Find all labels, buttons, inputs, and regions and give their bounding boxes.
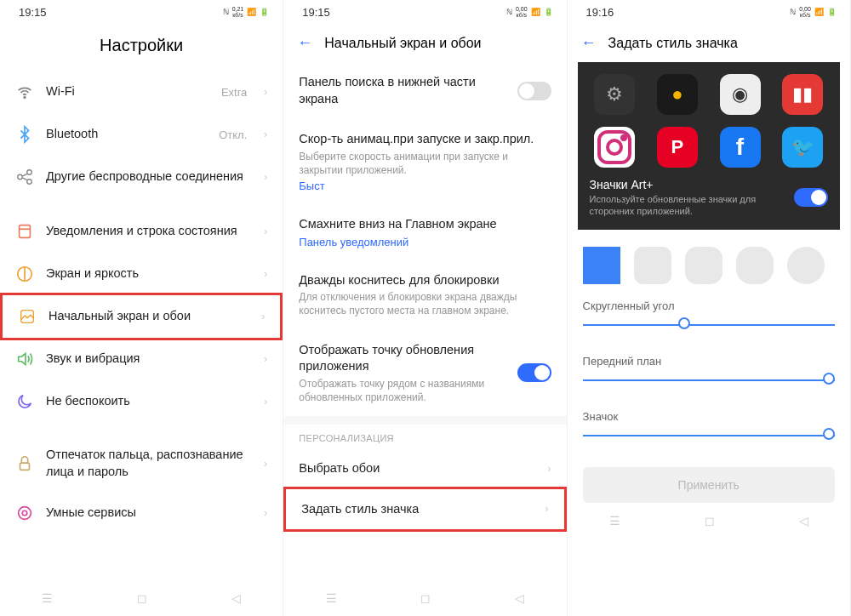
- header: ← Начальный экран и обои: [283, 24, 566, 62]
- svg-point-3: [27, 180, 32, 185]
- battery-icon: 🔋: [827, 8, 837, 16]
- shape-selector: [568, 230, 850, 294]
- shape-rounded-lg[interactable]: [736, 247, 774, 284]
- svg-point-2: [27, 170, 32, 175]
- settings-connections[interactable]: Другие беспроводные соединения ›: [0, 156, 283, 198]
- back-button[interactable]: ←: [297, 34, 312, 52]
- row-search-panel[interactable]: Панель поиска в нижней части экрана: [283, 62, 566, 119]
- battery-icon: 🔋: [260, 8, 269, 16]
- nav-home-icon[interactable]: ◻: [705, 514, 715, 528]
- svg-rect-4: [20, 225, 31, 238]
- shape-circle[interactable]: [787, 247, 825, 284]
- slider-icon[interactable]: [583, 435, 835, 436]
- slider-foreground[interactable]: [583, 379, 835, 381]
- row-icon-style[interactable]: Задать стиль значка ›: [283, 487, 566, 533]
- chevron-right-icon: ›: [264, 353, 267, 365]
- nav-home-icon[interactable]: ◻: [420, 591, 431, 605]
- row-double-tap-lock[interactable]: Дважды коснитесь для блокировки Для откл…: [283, 260, 566, 330]
- link-icon: [15, 168, 34, 186]
- moon-icon: [15, 392, 34, 411]
- bluetooth-icon: [15, 125, 34, 144]
- settings-display[interactable]: Экран и яркость ›: [0, 253, 283, 295]
- section-label: ПЕРСОНАЛИЗАЦИЯ: [283, 425, 566, 448]
- status-right: ℕ 0,21кб/s 📶 🔋: [223, 6, 270, 18]
- chevron-right-icon: ›: [264, 268, 267, 280]
- nav-bar: ☰ ◻ ◁: [568, 503, 850, 539]
- app-camera-icon: ◉: [720, 74, 761, 115]
- toggle[interactable]: [517, 363, 551, 382]
- settings-bluetooth[interactable]: Bluetooth Откл. ›: [0, 113, 283, 156]
- home-icon: [18, 307, 37, 326]
- status-bar: 19:16 ℕ 0,00кб/s 📶 🔋: [568, 0, 850, 24]
- nav-menu-icon[interactable]: ☰: [326, 591, 337, 605]
- svg-point-8: [19, 507, 31, 520]
- row-choose-wallpaper[interactable]: Выбрать обои ›: [283, 448, 566, 489]
- nav-bar: ☰ ◻ ◁: [0, 580, 283, 616]
- phone-settings: 19:15 ℕ 0,21кб/s 📶 🔋 Настройки Wi-Fi Ext…: [0, 0, 283, 616]
- settings-home-wallpaper[interactable]: Начальный экран и обои ›: [0, 293, 283, 340]
- chevron-right-icon: ›: [545, 503, 549, 515]
- chevron-right-icon: ›: [264, 458, 267, 470]
- nav-back-icon[interactable]: ◁: [799, 514, 808, 528]
- nav-bar: ☰ ◻ ◁: [283, 580, 566, 616]
- nav-back-icon[interactable]: ◁: [231, 591, 241, 605]
- svg-point-1: [18, 174, 23, 180]
- app-pinterest-icon: P: [657, 127, 698, 168]
- settings-wifi[interactable]: Wi-Fi Extra ›: [0, 71, 283, 113]
- slider-label: Скругленный угол: [583, 299, 835, 312]
- phone-icon-style: 19:16 ℕ 0,00кб/s 📶 🔋 ← Задать стиль знач…: [568, 0, 851, 616]
- sound-icon: [15, 350, 34, 368]
- page-title: Задать стиль значка: [608, 36, 738, 51]
- nfc-icon: ℕ: [790, 8, 796, 16]
- app-music-icon: ●: [657, 74, 698, 115]
- art-toggle[interactable]: [794, 188, 828, 207]
- shape-rounded-sm[interactable]: [634, 247, 671, 284]
- nav-home-icon[interactable]: ◻: [137, 591, 147, 605]
- app-settings-icon: ⚙: [594, 74, 635, 115]
- settings-dnd[interactable]: Не беспокоить ›: [0, 380, 283, 423]
- bell-icon: [15, 222, 34, 241]
- shape-square[interactable]: [583, 247, 620, 284]
- app-instagram-icon: [594, 127, 635, 168]
- chevron-right-icon: ›: [264, 225, 267, 237]
- settings-sound[interactable]: Звук и вибрация ›: [0, 338, 283, 380]
- phone-home-wallpaper: 19:15 ℕ 0,00кб/s 📶 🔋 ← Начальный экран и…: [283, 0, 567, 616]
- art-sub: Используйте обновленные значки для сторо…: [590, 193, 785, 218]
- app-twitter-icon: 🐦: [782, 127, 823, 168]
- row-update-dot[interactable]: Отображать точку обновления приложения О…: [283, 330, 566, 417]
- status-time: 19:15: [19, 6, 47, 19]
- preview-panel: ⚙ ● ◉ ▮▮ P f 🐦 Значки Art+ Используйте о…: [578, 62, 840, 230]
- signal-icon: 📶: [814, 8, 824, 16]
- settings-notifications[interactable]: Уведомления и строка состояния ›: [0, 210, 283, 253]
- header: ← Задать стиль значка: [568, 24, 850, 62]
- slider-corner[interactable]: [583, 324, 835, 326]
- slider-label: Передний план: [583, 355, 835, 368]
- apply-button[interactable]: Применить: [583, 467, 835, 503]
- page-title: Настройки: [0, 24, 283, 71]
- settings-security[interactable]: Отпечаток пальца, распознавание лица и п…: [0, 435, 283, 492]
- page-title: Начальный экран и обои: [324, 36, 481, 51]
- row-animation-speed[interactable]: Скор-ть анимац.при запуске и закр.прил. …: [283, 119, 566, 204]
- back-button[interactable]: ←: [581, 34, 597, 52]
- chevron-right-icon: ›: [264, 171, 267, 183]
- divider: [283, 416, 566, 425]
- toggle[interactable]: [517, 82, 551, 100]
- chevron-right-icon: ›: [264, 396, 267, 408]
- battery-icon: 🔋: [544, 8, 553, 16]
- settings-label: Wi-Fi: [46, 83, 209, 100]
- nav-menu-icon[interactable]: ☰: [609, 514, 620, 528]
- smart-icon: [15, 504, 34, 522]
- nav-back-icon[interactable]: ◁: [515, 591, 524, 605]
- brightness-icon: [15, 265, 34, 283]
- nav-menu-icon[interactable]: ☰: [42, 591, 53, 605]
- slider-label: Значок: [583, 410, 835, 423]
- chevron-right-icon: ›: [264, 86, 267, 98]
- svg-point-11: [608, 140, 621, 154]
- svg-rect-7: [20, 463, 30, 470]
- row-swipe-down[interactable]: Смахните вниз на Главном экране Панель у…: [283, 204, 566, 260]
- shape-rounded-md[interactable]: [685, 247, 722, 284]
- nfc-icon: ℕ: [506, 8, 512, 16]
- settings-smart[interactable]: Умные сервисы ›: [0, 492, 283, 534]
- svg-point-0: [24, 97, 26, 99]
- chevron-right-icon: ›: [264, 128, 267, 140]
